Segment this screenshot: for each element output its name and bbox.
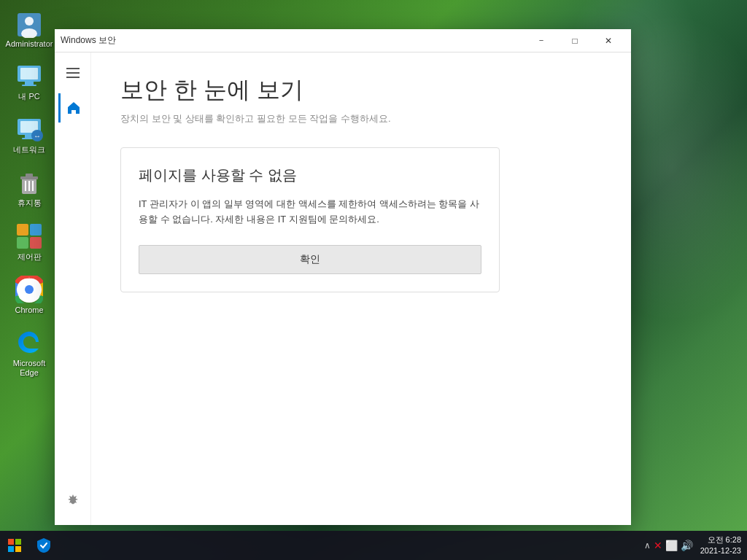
desktop-icon-recycle[interactable]: 휴지통 xyxy=(3,165,55,211)
desktop-icon-my-pc[interactable]: 내 PC xyxy=(3,58,55,104)
page-subtitle: 장치의 보안 및 상태를 확인하고 필요한 모든 작업을 수행하세요. xyxy=(120,112,602,125)
my-pc-label: 내 PC xyxy=(18,92,39,101)
svg-rect-22 xyxy=(30,237,42,249)
svg-point-25 xyxy=(25,285,34,294)
desktop-icons-container: Administrator 내 PC xyxy=(0,0,58,531)
maximize-button[interactable]: □ xyxy=(558,29,592,52)
chrome-icon xyxy=(15,275,44,304)
desktop-icon-network[interactable]: ↔ 네트워크 xyxy=(3,112,55,158)
close-button[interactable]: ✕ xyxy=(592,29,625,52)
chrome-label: Chrome xyxy=(15,306,43,315)
modal-body-text: IT 관리자가 이 앱의 일부 영역에 대한 액세스를 제한하여 액세스하려는 … xyxy=(139,197,481,228)
taskbar-right-section: ∧ ✕ ⬜ 🔊 오전 6:28 2021-12-23 xyxy=(644,534,747,557)
dialog-main-content: 보안 한 눈에 보기 장치의 보안 및 상태를 확인하고 필요한 모든 작업을 … xyxy=(91,52,631,525)
start-button[interactable] xyxy=(0,531,29,560)
page-title: 보안 한 눈에 보기 xyxy=(120,74,602,106)
svg-rect-6 xyxy=(22,85,36,86)
svg-rect-20 xyxy=(30,224,42,236)
svg-rect-32 xyxy=(8,546,14,552)
dialog-title: Windows 보안 xyxy=(61,34,525,47)
desktop-icon-chrome[interactable]: Chrome xyxy=(3,272,55,318)
svg-rect-5 xyxy=(25,82,34,85)
svg-rect-33 xyxy=(15,546,21,552)
svg-rect-27 xyxy=(66,72,80,74)
svg-point-1 xyxy=(25,17,34,26)
home-nav-icon[interactable] xyxy=(58,93,88,122)
desktop-icon-edge[interactable]: Microsoft Edge xyxy=(3,325,55,381)
dialog-window-controls: － □ ✕ xyxy=(525,29,625,52)
my-pc-icon xyxy=(15,61,44,90)
taskbar-date: 2021-12-23 xyxy=(700,545,741,556)
minimize-button[interactable]: － xyxy=(525,29,558,52)
svg-rect-19 xyxy=(17,224,28,236)
edge-icon xyxy=(15,328,44,357)
taskbar-clock[interactable]: 오전 6:28 2021-12-23 xyxy=(700,534,741,557)
taskbar-defender-icon[interactable] xyxy=(29,531,58,560)
dialog-body: 보안 한 눈에 보기 장치의 보안 및 상태를 확인하고 필요한 모든 작업을 … xyxy=(55,52,631,525)
unavailable-page-card: 페이지를 사용할 수 없음 IT 관리자가 이 앱의 일부 영역에 대한 액세스… xyxy=(120,147,500,292)
recycle-label: 휴지통 xyxy=(18,198,42,208)
taskbar: ∧ ✕ ⬜ 🔊 오전 6:28 2021-12-23 xyxy=(0,531,747,560)
dialog-titlebar: Windows 보안 － □ ✕ xyxy=(55,29,631,52)
hamburger-menu-icon[interactable] xyxy=(58,58,88,88)
edge-label: Microsoft Edge xyxy=(6,359,53,378)
desktop-icon-control-panel[interactable]: 제어판 xyxy=(3,219,55,265)
taskbar-time: 오전 6:28 xyxy=(700,534,741,545)
network-label: 네트워크 xyxy=(13,145,45,155)
windows-security-dialog: Windows 보안 － □ ✕ xyxy=(55,29,631,525)
modal-ok-button[interactable]: 확인 xyxy=(139,245,481,274)
nav-bottom-settings xyxy=(58,487,88,525)
x-icon: ✕ xyxy=(654,540,662,551)
desktop: Administrator 내 PC xyxy=(0,0,747,560)
svg-rect-31 xyxy=(15,539,21,545)
svg-rect-21 xyxy=(17,237,28,249)
desktop-icon-admin: Administrator xyxy=(3,7,55,51)
control-panel-label: 제어판 xyxy=(18,252,42,262)
control-panel-icon xyxy=(15,222,44,251)
monitor-icon: ⬜ xyxy=(665,540,678,551)
volume-icon[interactable]: 🔊 xyxy=(681,540,693,551)
network-icon: ↔ xyxy=(15,114,44,144)
modal-title: 페이지를 사용할 수 없음 xyxy=(139,166,481,185)
admin-label: Administrator xyxy=(6,39,53,48)
svg-text:↔: ↔ xyxy=(34,132,41,140)
svg-rect-15 xyxy=(26,174,33,177)
recycle-icon xyxy=(15,168,44,197)
svg-rect-30 xyxy=(8,539,14,545)
settings-nav-icon[interactable] xyxy=(58,487,88,516)
chevron-up-icon[interactable]: ∧ xyxy=(644,540,651,551)
svg-rect-28 xyxy=(66,77,80,78)
admin-avatar-icon xyxy=(15,10,44,39)
taskbar-system-icons: ∧ ✕ ⬜ 🔊 xyxy=(644,540,693,551)
svg-rect-4 xyxy=(20,68,38,79)
dialog-left-nav xyxy=(55,52,91,525)
svg-rect-26 xyxy=(66,68,80,69)
